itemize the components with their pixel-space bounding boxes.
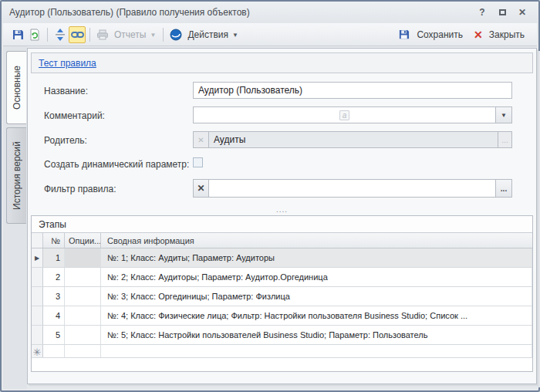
tab-osnovnye[interactable]: Основные: [6, 51, 26, 124]
toolbar-separator: [47, 28, 48, 42]
cell-summary: №: 5; Класс: Настройки пользователей Bus…: [101, 326, 532, 344]
dialog-window: Аудитор (Пользователь) (Правило получени…: [0, 0, 540, 392]
print-button[interactable]: [94, 26, 111, 43]
comment-input[interactable]: a: [193, 106, 496, 123]
cell-options: [65, 268, 101, 286]
table-row[interactable]: 2 №: 2; Класс: Аудиторы; Параметр: Аудит…: [32, 268, 532, 287]
title-bar: Аудитор (Пользователь) (Правило получени…: [2, 2, 538, 23]
close-window-button[interactable]: ✕: [514, 5, 531, 19]
print-icon: [96, 29, 109, 40]
cell-num: 1: [43, 248, 65, 267]
parent-value: Аудиты: [214, 134, 245, 145]
header-selector-cell: [32, 233, 43, 248]
test-rule-link[interactable]: Тест правила: [39, 58, 96, 69]
link-toggle-button[interactable]: [69, 26, 86, 43]
parent-more-button: ...: [498, 131, 512, 148]
vertical-split-icon: [55, 29, 66, 41]
cell-num: 4: [43, 306, 65, 325]
save-commit-label: Сохранить: [417, 29, 463, 40]
current-row-arrow-icon: ▶: [35, 255, 39, 262]
toolbar-separator: [163, 28, 164, 42]
cell-summary: №: 4; Класс: Физические лица; Фильтр: На…: [101, 306, 532, 325]
table-row[interactable]: ▶ 1 №: 1; Класс: Аудиты; Параметр: Аудит…: [32, 248, 532, 268]
actions-button-icon-wrap[interactable]: [167, 26, 184, 43]
ellipsis-icon: ...: [501, 184, 507, 193]
cell-num: 5: [43, 326, 65, 344]
cell-options: [65, 287, 101, 306]
close-dialog-button[interactable]: ✕ Закрыть: [469, 27, 531, 42]
vertical-split-button[interactable]: [52, 26, 69, 43]
table-row[interactable]: 3 №: 3; Класс: Оргединицы; Параметр: Физ…: [32, 287, 532, 306]
name-input[interactable]: Аудитор (Пользователь): [193, 82, 512, 99]
actions-button[interactable]: Действия: [187, 29, 228, 40]
filter-more-button[interactable]: ...: [495, 179, 512, 198]
name-label: Название:: [44, 86, 88, 96]
table-new-row[interactable]: ✳: [32, 345, 532, 358]
parent-field: Аудиты: [208, 131, 498, 148]
table-row[interactable]: 4 №: 4; Класс: Физические лица; Фильтр: …: [32, 306, 532, 326]
tab-osnovnye-label: Основные: [12, 66, 22, 110]
maximize-button[interactable]: [494, 5, 511, 19]
splitter-handle[interactable]: ....: [28, 205, 536, 214]
name-value: Аудитор (Пользователь): [198, 85, 302, 96]
dynamic-param-checkbox[interactable]: [193, 157, 203, 167]
cell-options: [65, 248, 101, 267]
cell-summary: №: 1; Класс: Аудиты; Параметр: Аудиторы: [101, 248, 532, 267]
toolbar: Отчеты ▼ Действия ▼ Сохранить: [3, 23, 537, 46]
toolbar-separator: [89, 28, 90, 42]
filter-clear-button[interactable]: ✕: [193, 179, 209, 198]
reports-button[interactable]: Отчеты: [114, 29, 146, 40]
help-button[interactable]: ?: [474, 5, 491, 19]
tab-istoriya-versiy-label: История версий: [12, 141, 22, 210]
side-tab-strip: Основные История версий: [3, 46, 27, 389]
close-dialog-label: Закрыть: [489, 29, 525, 40]
cell-options: [65, 306, 101, 325]
save-commit-button[interactable]: Сохранить: [393, 27, 469, 42]
header-options[interactable]: Опции...: [65, 233, 101, 248]
actions-globe-icon: [170, 29, 182, 41]
link-icon: [71, 30, 84, 39]
filter-input[interactable]: [208, 179, 496, 198]
grid-caption: Этапы: [32, 216, 532, 233]
refresh-document-icon: [29, 29, 41, 41]
window-title: Аудитор (Пользователь) (Правило получени…: [9, 7, 471, 18]
save-button[interactable]: [9, 26, 26, 43]
close-red-x-icon: ✕: [474, 29, 483, 41]
cell-num: 2: [43, 268, 65, 286]
comment-dropdown-button[interactable]: ▼: [495, 106, 512, 123]
clear-x-icon: ✕: [197, 183, 204, 194]
dynamic-param-label: Создать динамический параметр:: [44, 159, 189, 170]
comment-label: Комментарий:: [44, 110, 105, 121]
toolbar-right-group: Сохранить ✕ Закрыть: [393, 27, 531, 42]
filter-label: Фильтр правила:: [44, 184, 116, 194]
comment-watermark-icon: a: [339, 110, 350, 120]
maximize-icon: [499, 9, 506, 15]
header-summary[interactable]: Сводная информация: [101, 233, 532, 248]
chevron-down-icon: ▼: [501, 112, 507, 119]
cell-summary: №: 2; Класс: Аудиторы; Параметр: Аудитор…: [101, 268, 532, 286]
cell-num: 3: [43, 287, 65, 306]
save-icon: [398, 29, 410, 40]
help-icon: ?: [479, 7, 484, 18]
parent-clear-button: ✕: [193, 131, 209, 148]
clear-x-icon: ✕: [197, 136, 204, 144]
test-rule-box: Тест правила: [31, 52, 533, 73]
tab-istoriya-versiy[interactable]: История версий: [6, 127, 26, 224]
form-panel: Тест правила Название: Аудитор (Пользова…: [27, 48, 537, 384]
stages-grid: Этапы № Опции... Сводная информация ▶ 1 …: [31, 215, 533, 372]
reports-dropdown-icon[interactable]: ▼: [150, 32, 156, 39]
cell-options: [65, 326, 101, 344]
close-icon: ✕: [518, 7, 526, 18]
new-row-asterisk-icon: ✳: [33, 350, 42, 356]
grid-header-row: № Опции... Сводная информация: [32, 233, 532, 248]
table-row[interactable]: 5 №: 5; Класс: Настройки пользователей B…: [32, 326, 532, 345]
header-num[interactable]: №: [43, 233, 65, 248]
parent-label: Родитель:: [44, 135, 87, 146]
actions-dropdown-icon[interactable]: ▼: [232, 32, 238, 39]
ellipsis-icon: ...: [501, 136, 508, 144]
cell-summary: №: 3; Класс: Оргединицы; Параметр: Физли…: [101, 287, 532, 306]
save-icon: [12, 29, 24, 41]
refresh-document-button[interactable]: [26, 26, 43, 43]
